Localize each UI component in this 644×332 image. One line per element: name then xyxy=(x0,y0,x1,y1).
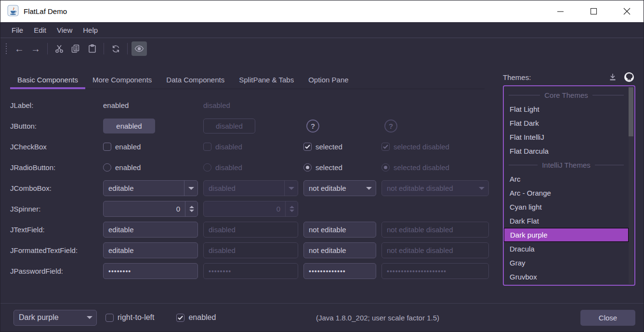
right-to-left-checkbox[interactable]: right-to-left xyxy=(105,313,154,322)
password-editable[interactable]: •••••••• xyxy=(103,263,198,279)
password-not-editable[interactable]: ••••••••••••• xyxy=(303,263,376,279)
show-eye-toggle[interactable] xyxy=(131,41,147,56)
chevron-down-icon[interactable] xyxy=(83,310,96,325)
checkbox-selected[interactable]: selected xyxy=(303,143,376,151)
minimize-button[interactable] xyxy=(544,0,577,22)
checkbox-enabled[interactable]: enabled xyxy=(103,143,198,151)
jcheckbox-row: JCheckBox enabled disabled selected xyxy=(10,136,485,157)
combobox-not-editable[interactable]: not editable xyxy=(303,180,376,196)
theme-item-arc-orange[interactable]: Arc - Orange xyxy=(504,186,629,200)
tab-option-pane[interactable]: Option Pane xyxy=(301,71,355,89)
row-label: JLabel: xyxy=(10,101,98,109)
toolbar: ← → xyxy=(0,38,644,59)
bottom-bar: Dark purple right-to-left enabled (Java … xyxy=(0,303,644,332)
laf-combobox[interactable]: Dark purple xyxy=(13,310,97,326)
theme-item-flat-light[interactable]: Flat Light xyxy=(504,102,629,116)
combobox-editable[interactable]: editable xyxy=(103,180,198,196)
jspinner-row: JSpinner: 0 0 xyxy=(10,199,485,219)
cut-button[interactable] xyxy=(52,41,67,56)
list-separator-core: Core Themes xyxy=(504,88,629,102)
formatted-not-editable[interactable]: not editable xyxy=(303,242,376,258)
tab-data-components[interactable]: Data Components xyxy=(159,71,232,89)
themes-label: Themes: xyxy=(503,73,531,81)
theme-item-dark-flat[interactable]: Dark Flat xyxy=(504,214,629,228)
row-label: JTextField: xyxy=(10,226,98,234)
menu-view[interactable]: View xyxy=(52,26,78,34)
chevron-down-icon[interactable] xyxy=(184,181,197,196)
formatted-disabled: disabled xyxy=(203,242,298,258)
theme-list: Core Themes Flat Light Flat Dark Flat In… xyxy=(503,85,635,286)
scrollbar-track[interactable] xyxy=(629,87,633,284)
theme-item-arc[interactable]: Arc xyxy=(504,172,629,186)
row-label: JSpinner: xyxy=(10,205,98,213)
textfield-disabled: disabled xyxy=(203,222,298,238)
radio-icon xyxy=(203,163,211,172)
menu-edit[interactable]: Edit xyxy=(28,26,52,34)
close-window-button[interactable] xyxy=(610,0,644,22)
github-icon[interactable] xyxy=(623,71,635,83)
jlabel-row: JLabel: enabled disabled xyxy=(10,95,485,116)
theme-item-gruvbox[interactable]: Gruvbox xyxy=(504,270,629,284)
toolbar-grip[interactable] xyxy=(5,43,7,54)
content-area: Basic Components More Components Data Co… xyxy=(0,59,644,286)
components-panel: Basic Components More Components Data Co… xyxy=(10,71,485,286)
theme-item-flat-dark[interactable]: Flat Dark xyxy=(504,116,629,130)
menu-help[interactable]: Help xyxy=(78,26,103,34)
menu-file[interactable]: File xyxy=(6,26,28,34)
copy-button[interactable] xyxy=(68,41,83,56)
tab-basic-components[interactable]: Basic Components xyxy=(10,71,85,89)
refresh-button[interactable] xyxy=(108,41,123,56)
theme-item-flat-darcula[interactable]: Flat Darcula xyxy=(504,144,629,158)
theme-item-cyan-light[interactable]: Cyan light xyxy=(504,200,629,214)
radio-selected-icon xyxy=(381,163,390,172)
row-label: JRadioButton: xyxy=(10,163,98,172)
password-disabled: •••••••• xyxy=(203,263,298,279)
tabbed-pane: Basic Components More Components Data Co… xyxy=(10,71,485,89)
jformattedtextfield-row: JFormattedTextField: editable disabled n… xyxy=(10,240,485,261)
chevron-down-icon[interactable] xyxy=(362,181,376,196)
spinner-up-icon xyxy=(289,206,294,208)
row-label: JFormattedTextField: xyxy=(10,246,98,254)
help-button[interactable]: ? xyxy=(306,120,319,133)
formatted-not-editable-disabled: not editable disabled xyxy=(381,242,489,258)
radio-enabled[interactable]: enabled xyxy=(103,163,198,172)
theme-item-dracula[interactable]: Dracula xyxy=(504,242,629,256)
jtextfield-row: JTextField: editable disabled not editab… xyxy=(10,219,485,240)
forward-button[interactable]: → xyxy=(28,41,43,56)
maximize-button[interactable] xyxy=(577,0,610,22)
textfield-editable[interactable]: editable xyxy=(103,222,198,238)
password-not-editable-disabled: ••••••••••••••••••••• xyxy=(381,263,489,279)
checkbox-checked-icon xyxy=(381,143,390,151)
download-icon[interactable] xyxy=(606,71,619,83)
checkbox-checked-icon xyxy=(176,314,184,322)
spinner-enabled[interactable]: 0 xyxy=(103,201,198,217)
jlabel-enabled: enabled xyxy=(103,101,198,109)
formatted-editable[interactable]: editable xyxy=(103,242,198,258)
theme-item-gray[interactable]: Gray xyxy=(504,256,629,270)
menubar: File Edit View Help xyxy=(0,22,644,38)
combobox-not-editable-disabled: not editable disabled xyxy=(381,180,489,196)
spinner-arrows[interactable] xyxy=(185,201,197,216)
chevron-down-icon xyxy=(475,181,488,196)
themes-panel: Themes: Core Themes xyxy=(503,71,635,286)
enabled-button[interactable]: enabled xyxy=(103,119,155,133)
help-button-disabled: ? xyxy=(384,120,397,133)
tab-splitpane-tabs[interactable]: SplitPane & Tabs xyxy=(232,71,301,89)
spinner-down-icon xyxy=(289,210,294,212)
checkbox-icon xyxy=(203,143,211,151)
window-title: FlatLaf Demo xyxy=(24,7,67,15)
theme-item-flat-intellij[interactable]: Flat IntelliJ xyxy=(504,130,629,144)
spinner-arrows xyxy=(285,201,298,216)
back-button[interactable]: ← xyxy=(12,41,27,56)
theme-item-dark-purple[interactable]: Dark purple xyxy=(504,228,629,242)
textfield-not-editable[interactable]: not editable xyxy=(303,222,376,238)
row-label: JPasswordField: xyxy=(10,267,98,275)
close-button[interactable]: Close xyxy=(580,310,635,326)
row-label: JCheckBox xyxy=(10,143,98,151)
radio-selected[interactable]: selected xyxy=(303,163,376,172)
paste-button[interactable] xyxy=(84,41,100,56)
scrollbar-thumb[interactable] xyxy=(629,87,633,136)
radio-disabled: disabled xyxy=(203,163,298,172)
enabled-checkbox[interactable]: enabled xyxy=(176,313,216,322)
tab-more-components[interactable]: More Components xyxy=(85,71,159,89)
